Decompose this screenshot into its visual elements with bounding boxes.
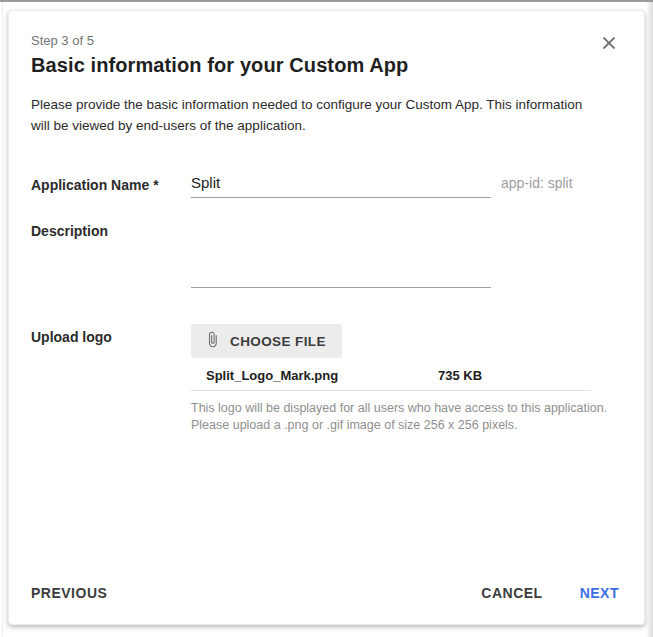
choose-file-button[interactable]: CHOOSE FILE [191, 324, 342, 358]
uploaded-file-name: Split_Logo_Mark.png [206, 368, 438, 383]
application-name-label: Application Name * [31, 172, 191, 193]
choose-file-button-label: CHOOSE FILE [230, 334, 326, 349]
window-left-edge [2, 0, 3, 637]
uploaded-file-row: Split_Logo_Mark.png 735 KB [191, 368, 591, 391]
uploaded-file-size: 735 KB [438, 368, 482, 383]
form-area: Application Name * app-id: split Descrip… [9, 172, 644, 434]
next-button[interactable]: NEXT [580, 585, 619, 601]
description-input[interactable] [191, 218, 491, 288]
description-row: Description [31, 218, 620, 288]
upload-helper-text: This logo will be displayed for all user… [191, 400, 620, 434]
upload-helper-line: Please upload a .png or .gif image of si… [191, 417, 620, 434]
window-right-edge [647, 0, 653, 637]
previous-button[interactable]: PREVIOUS [31, 585, 107, 601]
window-top-edge [0, 0, 653, 2]
close-icon [602, 36, 616, 53]
dialog-footer: PREVIOUS CANCEL NEXT [9, 585, 644, 624]
upload-logo-row: Upload logo CHOOSE FILE Split_Logo_Mark.… [31, 324, 620, 434]
application-name-row: Application Name * app-id: split [31, 172, 620, 198]
dialog-intro-text: Please provide the basic information nee… [9, 94, 625, 136]
step-indicator: Step 3 of 5 [31, 33, 620, 48]
paperclip-icon [204, 331, 221, 351]
dialog-title: Basic information for your Custom App [31, 54, 620, 77]
custom-app-wizard-dialog: Step 3 of 5 Basic information for your C… [8, 10, 645, 625]
application-name-input[interactable] [191, 172, 491, 198]
upload-helper-line: This logo will be displayed for all user… [191, 400, 620, 417]
dialog-header: Step 3 of 5 Basic information for your C… [9, 11, 644, 77]
close-button[interactable] [600, 35, 618, 53]
app-id-hint: app-id: split [501, 172, 573, 191]
description-label: Description [31, 218, 191, 239]
cancel-button[interactable]: CANCEL [481, 585, 542, 601]
upload-logo-label: Upload logo [31, 324, 191, 345]
